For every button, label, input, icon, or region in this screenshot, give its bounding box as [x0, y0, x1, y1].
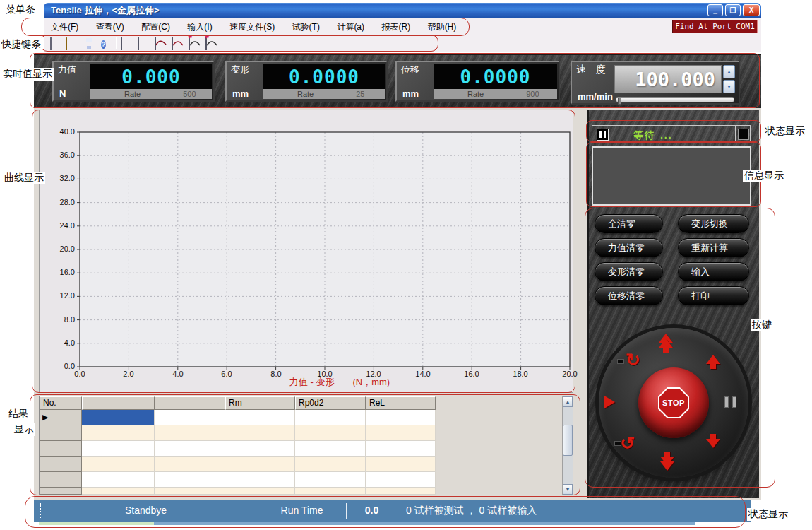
scrollbar-thumb[interactable] — [563, 425, 573, 456]
table-cell[interactable] — [155, 488, 225, 495]
motor-ccw-icon[interactable] — [620, 435, 635, 451]
table-scrollbar[interactable]: ▲ ▼ — [562, 396, 573, 495]
fast-down-arrow-icon[interactable] — [660, 452, 674, 471]
new-window-icon[interactable] — [137, 37, 150, 50]
displacement-display-group: 位移 mm 0.0000 Rate 900 — [395, 61, 560, 102]
row-indicator[interactable] — [40, 457, 82, 472]
row-indicator[interactable]: ▶ — [40, 410, 82, 425]
up-arrow-icon[interactable] — [706, 355, 720, 369]
row-indicator[interactable] — [40, 425, 82, 441]
table-cell[interactable] — [225, 425, 295, 441]
table-cell[interactable] — [225, 472, 295, 488]
curve-preview-icon[interactable] — [154, 37, 167, 50]
speed-slider[interactable] — [616, 97, 734, 102]
progress-strip-blue — [154, 522, 695, 525]
save-icon[interactable] — [83, 37, 95, 50]
scroll-down-icon[interactable]: ▼ — [563, 484, 573, 495]
col-header-rp0d2[interactable]: Rp0d2 — [295, 396, 366, 410]
down-arrow-icon[interactable] — [706, 434, 720, 448]
curve-icon[interactable] — [171, 37, 184, 50]
clear-force-button[interactable]: 力值清零 — [595, 238, 663, 257]
clear-deformation-button[interactable]: 变形清零 — [595, 262, 663, 281]
displacement-label: 位移 — [401, 64, 419, 76]
x-tick: 2.0 — [117, 370, 140, 378]
menu-test[interactable]: 试验(T) — [285, 18, 327, 33]
clear-all-button[interactable]: 全清零 — [595, 214, 663, 233]
col-header-no[interactable]: No. — [40, 396, 82, 410]
table-cell[interactable] — [155, 410, 225, 425]
table-cell[interactable] — [155, 441, 225, 457]
table-cell-selected[interactable] — [82, 410, 155, 425]
annotation-label-result-2: 显示 — [13, 423, 35, 436]
info-display — [592, 146, 751, 206]
table-cell[interactable] — [225, 488, 295, 495]
run-time-label: Run Time — [258, 505, 346, 516]
clear-displacement-button[interactable]: 位移清零 — [595, 286, 663, 305]
minimize-button[interactable]: _ — [707, 4, 723, 16]
menu-help[interactable]: 帮助(H) — [421, 18, 464, 33]
table-cell[interactable] — [295, 425, 366, 441]
col-header-rm[interactable]: Rm — [225, 396, 295, 410]
table-cell[interactable] — [366, 457, 436, 472]
table-cell[interactable] — [366, 425, 436, 441]
table-cell[interactable] — [295, 410, 366, 425]
table-cell[interactable] — [155, 457, 225, 472]
new-file-icon[interactable] — [48, 37, 61, 50]
scroll-up-icon[interactable]: ▲ — [563, 396, 573, 407]
stop-button[interactable]: STOP — [638, 367, 709, 438]
table-cell[interactable] — [295, 488, 366, 495]
table-cell[interactable] — [155, 425, 225, 441]
restore-button[interactable]: ❐ — [725, 4, 741, 16]
grid-table-icon[interactable] — [120, 37, 133, 50]
table-cell[interactable] — [225, 457, 295, 472]
table-cell[interactable] — [295, 472, 366, 488]
row-indicator[interactable] — [40, 488, 82, 495]
deformation-switch-button[interactable]: 变形切换 — [678, 214, 749, 233]
pause-icon — [597, 129, 609, 141]
menu-view[interactable]: 查看(V) — [89, 18, 131, 33]
table-cell[interactable] — [295, 457, 366, 472]
col-header-rel[interactable]: ReL — [366, 396, 436, 410]
speed-slider-thumb[interactable] — [618, 98, 621, 105]
help-icon[interactable] — [100, 37, 113, 50]
window-titlebar[interactable]: Tensile 拉伸，<金属拉伸> — [44, 3, 761, 18]
print-button[interactable]: 打印 — [678, 286, 749, 305]
menu-file[interactable]: 文件(F) — [44, 18, 85, 33]
row-indicator[interactable] — [40, 472, 82, 488]
curve-export-icon[interactable] — [188, 37, 201, 50]
table-cell[interactable] — [225, 441, 295, 457]
annotation-label-realtime: 实时值显示 — [1, 68, 54, 81]
table-cell[interactable] — [366, 488, 436, 495]
table-cell[interactable] — [155, 472, 225, 488]
recalculate-button[interactable]: 重新计算 — [678, 238, 749, 257]
annotation-label-info: 信息显示 — [743, 170, 785, 182]
pause-jog-icon[interactable] — [724, 396, 736, 408]
input-button[interactable]: 输入 — [678, 262, 749, 281]
table-cell[interactable] — [366, 441, 436, 457]
col-header-blank2[interactable] — [155, 396, 225, 410]
menu-input[interactable]: 输入(I) — [180, 18, 219, 33]
curve-import-icon[interactable] — [205, 37, 217, 50]
table-cell[interactable] — [82, 472, 155, 488]
speed-up-button[interactable]: ▲ — [723, 65, 735, 78]
fast-up-arrow-icon[interactable] — [659, 334, 673, 353]
table-cell[interactable] — [82, 488, 155, 495]
left-jog-icon[interactable] — [604, 396, 615, 408]
table-cell[interactable] — [82, 457, 155, 472]
table-cell[interactable] — [82, 425, 155, 441]
table-cell[interactable] — [366, 472, 436, 488]
motor-cw-icon[interactable] — [626, 352, 640, 367]
menu-calc[interactable]: 计算(a) — [330, 18, 371, 33]
table-cell[interactable] — [366, 410, 436, 425]
table-cell[interactable] — [295, 441, 366, 457]
table-cell[interactable] — [225, 410, 295, 425]
speed-down-button[interactable]: ▼ — [723, 80, 735, 93]
close-button[interactable]: X — [743, 4, 760, 16]
menu-speed-file[interactable]: 速度文件(S) — [222, 18, 282, 33]
table-cell[interactable] — [82, 441, 155, 457]
menu-report[interactable]: 报表(R) — [375, 18, 418, 33]
menu-config[interactable]: 配置(C) — [134, 18, 177, 33]
row-indicator[interactable] — [40, 441, 82, 457]
col-header-blank1[interactable] — [82, 396, 155, 410]
open-folder-icon[interactable] — [65, 37, 78, 50]
